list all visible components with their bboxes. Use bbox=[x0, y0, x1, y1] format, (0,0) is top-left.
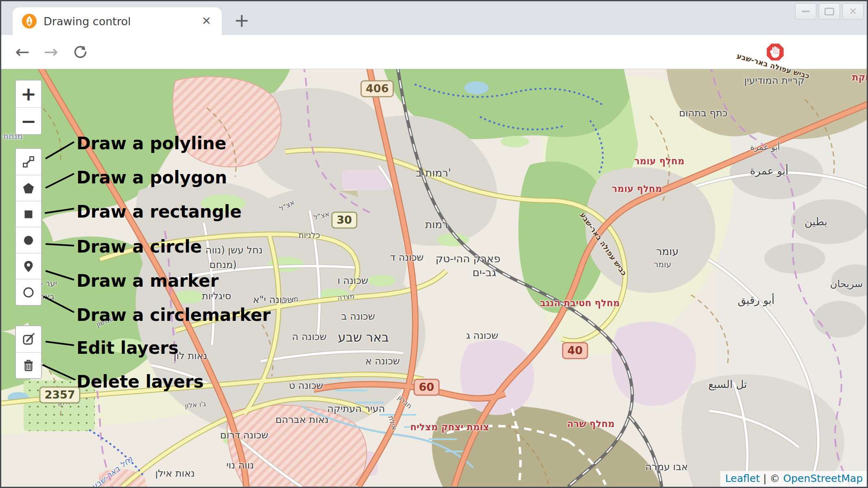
draw-circlemarker-button[interactable] bbox=[16, 279, 41, 305]
annotation-label: Delete layers bbox=[77, 372, 203, 392]
close-icon: ✕ bbox=[849, 7, 857, 16]
map-label: سريحان bbox=[830, 278, 863, 290]
map-label: أبو رقيق bbox=[738, 294, 775, 306]
annotation-label: Draw a polygon bbox=[77, 168, 227, 187]
delete-layers-button[interactable] bbox=[16, 352, 41, 378]
annotation-label: Draw a rectangle bbox=[77, 202, 242, 222]
reload-icon bbox=[72, 44, 88, 60]
map-label: עומר bbox=[656, 245, 679, 257]
leaflet-favicon-icon bbox=[22, 13, 37, 29]
map-label: שכונה ב bbox=[341, 311, 375, 322]
back-arrow-icon: ← bbox=[15, 44, 29, 61]
map-label: כלניות bbox=[298, 230, 320, 240]
map-label: סיגליות bbox=[202, 290, 231, 302]
map-label: שכונה ג bbox=[466, 330, 498, 341]
reload-button[interactable] bbox=[68, 35, 92, 69]
zoom-out-button[interactable]: − bbox=[16, 107, 41, 134]
road-badge: 30 bbox=[331, 211, 357, 229]
attribution-separator: | bbox=[760, 473, 770, 484]
tab-strip: Drawing control ✕ + ✕ bbox=[0, 0, 868, 35]
circlemarker-icon bbox=[22, 285, 35, 299]
draw-marker-button[interactable] bbox=[16, 253, 41, 279]
map-label: רמות ב' bbox=[416, 167, 451, 179]
map-label: أبو عمرة bbox=[750, 142, 780, 152]
map-label: נווה נוי bbox=[226, 460, 254, 471]
zoom-control: + − bbox=[15, 80, 42, 135]
window-maximize-button[interactable] bbox=[819, 3, 840, 20]
new-tab-button[interactable]: + bbox=[230, 9, 253, 32]
annotation-label: Edit layers bbox=[77, 338, 179, 358]
draw-rectangle-button[interactable] bbox=[16, 201, 41, 227]
map-label: גב-ים bbox=[472, 266, 496, 279]
edit-layers-button[interactable] bbox=[16, 326, 41, 352]
map-label: נחל עשן (נווה bbox=[206, 244, 262, 256]
road-badge: 406 bbox=[361, 80, 394, 97]
road-badge: 60 bbox=[413, 379, 439, 396]
map-label: עומר bbox=[654, 259, 671, 269]
map-label: تل السبع bbox=[708, 378, 747, 390]
map-label: וקת bbox=[852, 72, 868, 83]
polygon-icon bbox=[22, 181, 35, 195]
copyright-symbol: © bbox=[770, 473, 783, 484]
window-controls: ✕ bbox=[795, 3, 864, 20]
map-label: שכונה ו bbox=[337, 275, 368, 286]
map-label: כתף בתהום bbox=[679, 107, 727, 119]
zoom-in-button[interactable]: + bbox=[16, 81, 41, 107]
trash-icon bbox=[21, 358, 36, 373]
map-label: שכונה דרום bbox=[220, 429, 268, 441]
annotation-label: Draw a circlemarker bbox=[77, 305, 271, 325]
annotation-label: Draw a marker bbox=[77, 271, 219, 291]
leaflet-link[interactable]: Leaflet bbox=[725, 473, 760, 484]
map-label: צומת יצחק מצליח bbox=[410, 422, 489, 432]
map-label: מחלף שרה bbox=[567, 418, 615, 429]
map-label: שכונה א bbox=[365, 355, 400, 367]
minimize-icon bbox=[802, 11, 810, 12]
draw-polyline-button[interactable] bbox=[16, 149, 41, 175]
stop-hand-icon bbox=[766, 43, 785, 61]
tab-title: Drawing control bbox=[44, 15, 202, 28]
road-badge: 2357 bbox=[39, 386, 80, 403]
map-label: רמות bbox=[425, 218, 448, 231]
maximize-icon bbox=[824, 8, 834, 15]
map-label: פארק ההי-טק bbox=[435, 253, 500, 265]
map-label: מחלף עומר bbox=[634, 156, 684, 166]
marker-pin-icon bbox=[22, 259, 35, 273]
map-label: מנחם) bbox=[210, 259, 237, 270]
plus-icon: + bbox=[21, 85, 37, 103]
map-attribution: Leaflet | © OpenStreetMap bbox=[720, 471, 867, 487]
edit-toolbar bbox=[15, 325, 42, 379]
draw-polygon-button[interactable] bbox=[16, 175, 41, 201]
map-label: באר שבע bbox=[338, 330, 389, 344]
window-minimize-button[interactable] bbox=[795, 3, 816, 20]
window-close-button[interactable]: ✕ bbox=[842, 3, 864, 20]
annotation-label: Draw a polyline bbox=[77, 133, 226, 153]
map-label: נאות לון bbox=[174, 350, 207, 362]
draw-toolbar bbox=[15, 148, 42, 306]
annotation-label: Draw a circle bbox=[77, 237, 202, 257]
road-badge: 40 bbox=[562, 342, 588, 359]
map-label: أبو عمرة bbox=[750, 165, 789, 177]
map-label: נאות אברהם bbox=[275, 414, 329, 425]
openstreetmap-link[interactable]: OpenStreetMap bbox=[783, 473, 863, 484]
map-label: נאות אילן bbox=[155, 468, 195, 479]
forward-button[interactable]: → bbox=[39, 35, 63, 69]
map-label: שכונה ה bbox=[292, 331, 327, 342]
map-label: מחלף חטיבת הנגב bbox=[540, 298, 620, 308]
map-label: אבו עמרה bbox=[645, 461, 688, 473]
tab-close-icon[interactable]: ✕ bbox=[202, 15, 211, 27]
forward-arrow-icon: → bbox=[44, 44, 58, 61]
map-label: بطين bbox=[805, 216, 827, 228]
map-label: מחלף עומר bbox=[612, 183, 662, 194]
circle-icon bbox=[22, 233, 35, 247]
minus-icon: − bbox=[21, 112, 37, 131]
rectangle-icon bbox=[22, 207, 35, 221]
edit-pencil-icon bbox=[21, 332, 36, 346]
map-label: העיר העתיקה bbox=[327, 403, 385, 414]
back-button[interactable]: ← bbox=[10, 35, 35, 69]
browser-tab[interactable]: Drawing control ✕ bbox=[13, 7, 222, 35]
draw-circle-button[interactable] bbox=[16, 227, 41, 253]
map-label: שכונה ד bbox=[390, 252, 424, 263]
map-label: שכונה ט bbox=[289, 380, 324, 391]
polyline-icon bbox=[22, 155, 35, 169]
